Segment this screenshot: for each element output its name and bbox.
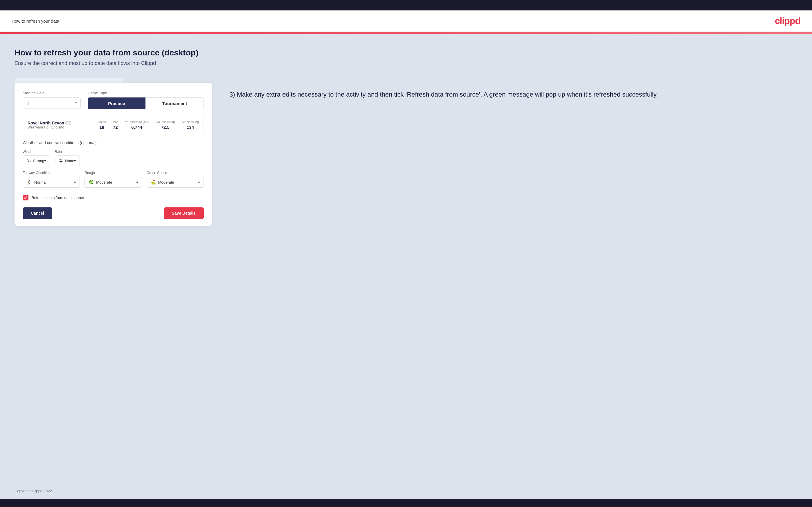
refresh-checkbox[interactable] <box>22 194 29 201</box>
slope-rating-stat: Slope rating 134 <box>182 120 199 130</box>
fairway-select-inner: 🏌 Normal <box>27 179 74 185</box>
green-speed-label: Green Speed <box>147 171 204 175</box>
course-name: Royal North Devon GC, <box>28 121 91 125</box>
wind-label: Wind <box>22 150 50 154</box>
conditions-section-title: Weather and course conditions (optional) <box>22 140 204 145</box>
action-row: Cancel Save Details <box>22 207 204 219</box>
rough-group: Rough 🌿 Moderate ▾ <box>85 171 142 188</box>
header-title: How to refresh your data <box>12 18 59 23</box>
top-bar <box>0 0 812 10</box>
starting-hole-label: Starting Hole <box>22 91 81 95</box>
rain-select-inner: 🌤 None <box>58 158 74 163</box>
holes-label: Holes <box>98 120 106 123</box>
form-card: Starting Hole 1 ▾ Game Type Practice Tou… <box>14 78 212 226</box>
course-rating-label: Course rating <box>156 120 175 123</box>
page-heading: How to refresh your data from source (de… <box>14 48 798 57</box>
course-holes-stat: Holes 18 <box>98 120 106 130</box>
game-type-label: Game Type <box>88 91 204 95</box>
wind-select[interactable]: 🌬 Strong ▾ <box>22 156 50 166</box>
fairway-chevron-icon: ▾ <box>74 180 76 184</box>
rain-icon: 🌤 <box>58 158 63 163</box>
rain-group: Rain 🌤 None ▾ <box>55 150 80 166</box>
slope-rating-value: 134 <box>182 125 199 130</box>
fairway-select[interactable]: 🏌 Normal ▾ <box>22 177 80 188</box>
save-button[interactable]: Save Details <box>164 207 204 219</box>
yards-label: Yards/White (M)) <box>125 120 149 123</box>
starting-hole-value: 1 <box>27 101 29 105</box>
green-speed-chevron-icon: ▾ <box>198 180 200 184</box>
rough-icon: 🌿 <box>88 179 94 185</box>
slope-rating-label: Slope rating <box>182 120 199 123</box>
rain-value: None <box>65 159 74 163</box>
conditions-grid: Fairway Conditions 🏌 Normal ▾ Rough <box>22 171 204 188</box>
page-subheading: Ensure the correct and most up to date d… <box>14 60 798 66</box>
chevron-down-icon: ▾ <box>75 101 77 105</box>
rain-select[interactable]: 🌤 None ▾ <box>55 156 80 166</box>
course-rating-stat: Course rating 72.5 <box>156 120 175 130</box>
game-type-buttons: Practice Tournament <box>88 98 204 109</box>
rough-select[interactable]: 🌿 Moderate ▾ <box>85 177 142 188</box>
copyright-text: Copyright Clippd 2022 <box>14 489 52 493</box>
form-panel: Starting Hole 1 ▾ Game Type Practice Tou… <box>14 83 212 226</box>
wind-select-inner: 🌬 Strong <box>27 158 44 163</box>
cancel-button[interactable]: Cancel <box>22 207 52 219</box>
starting-hole-group: Starting Hole 1 ▾ <box>22 91 81 109</box>
rough-chevron-icon: ▾ <box>136 180 138 184</box>
header: How to refresh your data clippd <box>0 10 812 32</box>
fairway-label: Fairway Conditions <box>22 171 80 175</box>
wind-icon: 🌬 <box>27 158 31 163</box>
green-speed-group: Green Speed ⛳ Moderate ▾ <box>147 171 204 188</box>
practice-button[interactable]: Practice <box>88 98 145 109</box>
starting-hole-select[interactable]: 1 ▾ <box>22 98 81 109</box>
content-area: Starting Hole 1 ▾ Game Type Practice Tou… <box>14 78 798 226</box>
wind-chevron-icon: ▾ <box>44 159 46 163</box>
refresh-label: Refresh shots from data source <box>31 195 84 200</box>
green-speed-icon: ⛳ <box>150 179 156 185</box>
game-type-group: Game Type Practice Tournament <box>88 91 204 109</box>
rain-chevron-icon: ▾ <box>74 159 76 163</box>
starting-hole-game-row: Starting Hole 1 ▾ Game Type Practice Tou… <box>22 91 204 109</box>
wind-group: Wind 🌬 Strong ▾ <box>22 150 50 166</box>
rain-label: Rain <box>55 150 80 154</box>
tournament-button[interactable]: Tournament <box>145 98 204 109</box>
refresh-row: Refresh shots from data source <box>22 193 204 201</box>
green-speed-select[interactable]: ⛳ Moderate ▾ <box>147 177 204 188</box>
side-description: 3) Make any extra edits necessary to the… <box>230 78 798 99</box>
course-rating-value: 72.5 <box>156 125 175 130</box>
side-description-text: 3) Make any extra edits necessary to the… <box>230 90 798 99</box>
green-speed-value: Moderate <box>158 180 174 184</box>
course-location: Westward Ho!, England <box>28 125 91 129</box>
holes-value: 18 <box>98 125 106 130</box>
yards-value: 6,744 <box>125 125 149 130</box>
logo: clippd <box>775 16 800 26</box>
wind-value: Strong <box>33 159 44 163</box>
rough-value: Moderate <box>96 180 112 184</box>
main-content: How to refresh your data from source (de… <box>0 34 812 483</box>
course-yards-stat: Yards/White (M)) 6,744 <box>125 120 149 130</box>
wind-rain-row: Wind 🌬 Strong ▾ Rain <box>22 150 204 166</box>
fairway-icon: 🏌 <box>27 179 32 185</box>
course-row: Royal North Devon GC, Westward Ho!, Engl… <box>22 116 204 134</box>
rough-label: Rough <box>85 171 142 175</box>
par-label: Par <box>113 120 118 123</box>
footer: Copyright Clippd 2022 <box>0 483 812 499</box>
rough-select-inner: 🌿 Moderate <box>88 179 136 185</box>
fairway-value: Normal <box>34 180 46 184</box>
fairway-group: Fairway Conditions 🏌 Normal ▾ <box>22 171 80 188</box>
green-speed-select-inner: ⛳ Moderate <box>150 179 198 185</box>
checkmark-icon <box>23 195 28 200</box>
course-par-stat: Par 72 <box>113 120 118 130</box>
course-name-col: Royal North Devon GC, Westward Ho!, Engl… <box>28 121 91 129</box>
par-value: 72 <box>113 125 118 130</box>
